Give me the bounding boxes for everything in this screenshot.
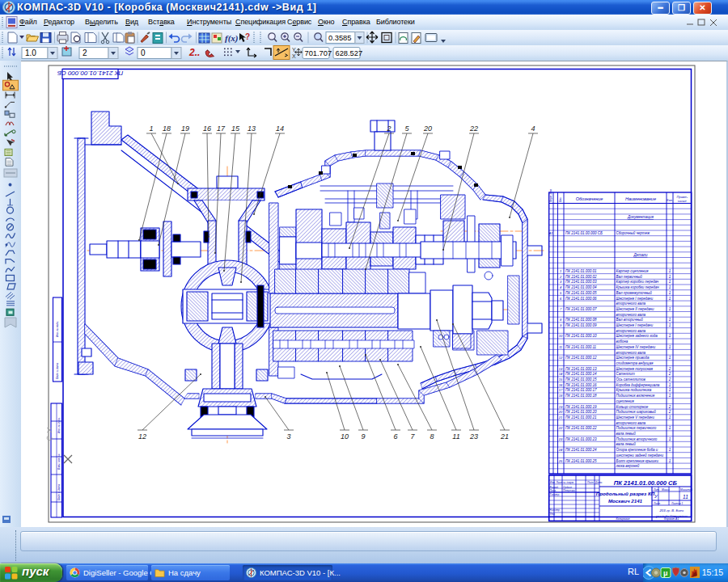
svg-text:Изм. Лист: Изм. Лист: [550, 481, 563, 484]
svg-text:ПК 2141.01.00.000 СБ: ПК 2141.01.00.000 СБ: [57, 70, 124, 77]
svg-text:ПК 2141.01.000.20: ПК 2141.01.000.20: [565, 410, 597, 414]
svg-text:6: 6: [393, 432, 397, 441]
svg-text:Обозначение: Обозначение: [576, 196, 603, 201]
svg-text:15: 15: [559, 377, 563, 382]
svg-text:ПК 2141.01.00.000 СБ: ПК 2141.01.00.000 СБ: [614, 479, 678, 487]
svg-text:4: 4: [531, 124, 535, 133]
svg-text:ПК 2141.01.000.14: ПК 2141.01.000.14: [565, 372, 597, 376]
svg-text:Форм. Зона: Форм. Зона: [549, 188, 552, 202]
svg-text:Вал первичный: Вал первичный: [616, 274, 643, 279]
svg-text:ПК 2141.01.000.10: ПК 2141.01.000.10: [565, 334, 597, 338]
svg-text:Подшипник первичного: Подшипник первичного: [616, 426, 657, 430]
svg-text:А1: А1: [548, 231, 553, 235]
svg-text:Дата: Дата: [595, 481, 602, 484]
svg-text:Наименование: Наименование: [625, 196, 656, 201]
svg-text:шестерни задней передачи: шестерни задней передачи: [616, 453, 664, 458]
svg-text:ПК 2141.01.000.04: ПК 2141.01.000.04: [565, 285, 597, 289]
svg-text:2: 2: [668, 367, 671, 371]
svg-text:Утв.: Утв.: [550, 512, 556, 516]
svg-text:12: 12: [138, 432, 146, 441]
svg-text:16: 16: [203, 124, 211, 133]
svg-text:ПК 2141.01.000.13: ПК 2141.01.000.13: [565, 367, 597, 371]
svg-text:17: 17: [217, 124, 226, 133]
svg-text:3: 3: [286, 432, 290, 441]
svg-text:23: 23: [469, 432, 478, 441]
svg-text:21: 21: [500, 432, 509, 441]
svg-text:вторичного вала: вторичного вала: [616, 421, 646, 425]
svg-text:25: 25: [558, 459, 563, 463]
svg-text:вала левый: вала левый: [616, 431, 637, 436]
svg-text:Подп. и дата: Подп. и дата: [57, 484, 61, 500]
svg-text:1.0: 1.0: [25, 48, 36, 57]
svg-text:X: X: [292, 53, 296, 59]
svg-text:21: 21: [558, 415, 562, 420]
svg-text:вобона: вобона: [616, 340, 629, 344]
svg-text:Шестерня I передачи: Шестерня I передачи: [616, 297, 654, 301]
svg-text:люка верхней: люка верхней: [616, 463, 640, 468]
svg-text:Шестерня IV передачи: Шестерня IV передачи: [616, 345, 656, 349]
svg-text:Документация: Документация: [627, 215, 654, 219]
svg-text:Сборочный чертеж: Сборочный чертеж: [616, 230, 650, 235]
svg-text:2: 2: [668, 405, 671, 409]
svg-text:203 гр. В. Боео: 203 гр. В. Боео: [658, 508, 684, 512]
svg-text:19: 19: [559, 405, 563, 409]
svg-text:Инв. № дубл.: Инв. № дубл.: [57, 417, 61, 433]
svg-text:ПК 2141.01.000.24: ПК 2141.01.000.24: [565, 448, 597, 452]
svg-text:19: 19: [181, 124, 189, 133]
svg-text:Инв. № подл.: Инв. № подл.: [56, 321, 59, 337]
svg-text:18: 18: [559, 394, 563, 398]
svg-text:ПК 2141.01.000.23: ПК 2141.01.000.23: [565, 437, 597, 441]
svg-text:Ось сателлитов: Ось сателлитов: [616, 377, 646, 382]
svg-text:Петренко: Петренко: [563, 489, 575, 492]
svg-text:Кол.: Кол.: [667, 198, 673, 202]
svg-text:Подшипник вторичного: Подшипник вторичного: [616, 437, 658, 441]
svg-text:Продольный разрез КП: Продольный разрез КП: [596, 491, 655, 496]
svg-text:8: 8: [430, 432, 434, 441]
svg-text:Коробка дифференциала: Коробка дифференциала: [616, 383, 660, 387]
svg-text:0.3585: 0.3585: [328, 34, 351, 42]
svg-text:22: 22: [558, 426, 563, 430]
svg-text:ПК 2141.01.000.16: ПК 2141.01.000.16: [565, 383, 597, 387]
svg-text:Разраб.: Разраб.: [550, 486, 559, 489]
svg-text:1: 1: [560, 269, 561, 273]
svg-text:628.527: 628.527: [336, 49, 363, 57]
svg-text:Орбане: Орбане: [563, 486, 572, 489]
svg-text:13: 13: [248, 124, 256, 133]
svg-text:9: 9: [361, 432, 365, 441]
svg-text:f(x): f(x): [225, 33, 239, 44]
svg-text:23: 23: [558, 437, 563, 441]
svg-text:Лит.: Лит.: [653, 488, 660, 491]
svg-text:ПК 2141.01.000.21: ПК 2141.01.000.21: [565, 415, 597, 420]
svg-text:Кольцо стопорное: Кольцо стопорное: [616, 405, 649, 409]
svg-text:Взам. инв. №: Взам. инв. №: [57, 453, 61, 470]
svg-text:0: 0: [141, 48, 146, 57]
svg-text:ПК 2141.01.000.11: ПК 2141.01.000.11: [565, 345, 597, 349]
svg-text:10: 10: [559, 334, 563, 338]
svg-text:14: 14: [276, 124, 284, 133]
svg-text:2: 2: [668, 410, 671, 414]
svg-text:13: 13: [559, 367, 563, 371]
svg-text:Листов 1: Листов 1: [671, 502, 683, 505]
svg-text:Москвич 2141: Москвич 2141: [608, 498, 643, 504]
svg-text:Копировал: Копировал: [616, 517, 630, 521]
svg-text:16: 16: [559, 383, 563, 387]
svg-text:15: 15: [231, 124, 240, 133]
svg-text:2: 2: [83, 48, 87, 57]
svg-text:сцепления: сцепления: [616, 399, 635, 403]
svg-text:Подшипник включения: Подшипник включения: [616, 394, 655, 398]
svg-text:вала левый: вала левый: [616, 441, 637, 446]
svg-text:№ докум.: № докум.: [563, 481, 574, 484]
svg-text:ПК 2141.01.000.01: ПК 2141.01.000.01: [565, 269, 597, 273]
svg-text:Вал промежуточный: Вал промежуточный: [616, 290, 653, 295]
svg-text:Н.контр.: Н.контр.: [550, 508, 561, 512]
svg-text:Т.контр.: Т.контр.: [550, 493, 561, 496]
svg-text:10: 10: [341, 432, 349, 441]
svg-text:Болт крепления крышки: Болт крепления крышки: [616, 459, 659, 463]
svg-text:Сателлит: Сателлит: [616, 372, 635, 376]
svg-text:Пров.: Пров.: [550, 489, 557, 492]
svg-text:вторичного вала: вторичного вала: [616, 329, 646, 333]
svg-text:701.707: 701.707: [305, 49, 332, 57]
svg-text:спидометра ведущая: спидометра ведущая: [616, 361, 654, 365]
svg-text:ПК 2141.01.000.09: ПК 2141.01.000.09: [565, 323, 597, 327]
svg-text:вторичного вала: вторичного вала: [616, 302, 646, 306]
